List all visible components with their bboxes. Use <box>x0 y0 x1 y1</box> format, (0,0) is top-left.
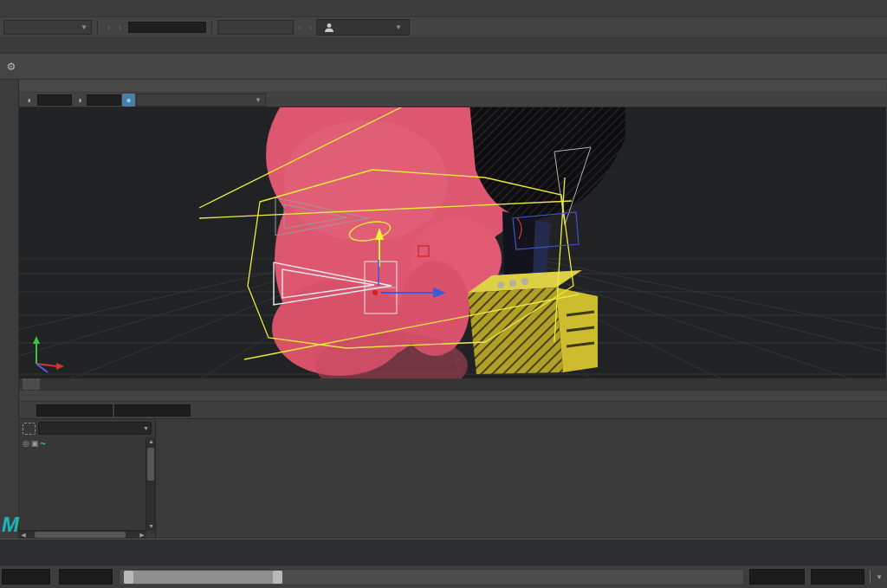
scene-3d-view <box>19 107 886 378</box>
outliner-search-row: ▼ <box>19 419 155 436</box>
range-end-handle[interactable] <box>273 571 282 584</box>
group-collapse-icon[interactable]: › <box>106 23 112 32</box>
chevron-down-icon: ▼ <box>81 23 87 31</box>
range-start-handle[interactable] <box>124 571 133 584</box>
divider <box>97 21 98 34</box>
chevron-down-icon: ▼ <box>255 96 262 104</box>
range-slider[interactable] <box>119 569 744 585</box>
contrast-icon[interactable]: ◑ <box>73 94 86 107</box>
divider <box>870 570 871 584</box>
search-input[interactable] <box>38 422 152 435</box>
scroll-down-icon[interactable]: ▼ <box>146 522 156 531</box>
animation-curve-chart <box>156 419 887 540</box>
playback-range-bar[interactable] <box>124 571 282 584</box>
search-box: ▼ <box>38 422 152 435</box>
divider <box>211 21 212 34</box>
live-surface-field[interactable] <box>128 22 206 33</box>
group-collapse-icon[interactable]: › <box>308 23 314 32</box>
chevron-down-icon[interactable]: ▼ <box>143 425 149 431</box>
scrollbar-handle[interactable] <box>35 532 126 538</box>
main-menubar <box>0 0 887 17</box>
scrollbar-handle[interactable] <box>147 448 154 481</box>
shelf: ⚙ <box>0 54 887 80</box>
status-line-toolbar: ▼ › › › › ▼ <box>0 17 887 38</box>
graph-editor-menubar <box>19 390 887 401</box>
vertical-scrollbar[interactable]: ▲ ▼ <box>146 437 155 531</box>
exposure-icon[interactable]: ◐ <box>23 94 36 107</box>
color-management-icon[interactable]: ● <box>122 94 135 107</box>
graph-editor-tab[interactable] <box>23 378 40 390</box>
graph-editor-toolbar <box>19 401 887 418</box>
shelf-options-gear-icon[interactable]: ⚙ <box>3 55 19 79</box>
graph-editor-body: ▼ ◎ ▣ ~ ▲ ▼ ◀ ▶ <box>19 418 887 539</box>
playback-start-field[interactable] <box>59 569 113 585</box>
animation-end-field[interactable] <box>811 569 864 585</box>
exposure-field[interactable] <box>37 94 72 106</box>
playback-end-field[interactable] <box>749 569 805 585</box>
playback-options-icon[interactable]: ▼ <box>874 573 884 581</box>
machine-box <box>468 270 598 374</box>
stats-value-field[interactable] <box>114 404 191 417</box>
gamma-field[interactable] <box>87 94 121 106</box>
viewport-menubar <box>19 80 886 93</box>
outliner-node-row[interactable]: ◎ ▣ ~ <box>19 436 155 450</box>
group-collapse-icon[interactable]: › <box>117 23 123 32</box>
toolbox <box>0 80 19 539</box>
graph-editor-panel: ▼ ◎ ▣ ~ ▲ ▼ ◀ ▶ <box>19 378 887 539</box>
anim-curve-icon: ~ <box>40 438 45 449</box>
time-slider-ruler <box>0 540 887 565</box>
shelf-tab-bar <box>0 38 887 54</box>
filter-icon[interactable] <box>23 423 36 435</box>
maya-window: ▼ › › › › ▼ ⚙ <box>0 0 887 588</box>
view-transform-dropdown[interactable]: ▼ <box>136 94 266 107</box>
graph-editor-outliner: ▼ ◎ ▣ ~ ▲ ▼ ◀ ▶ <box>19 419 156 539</box>
main-area: ◐ ◑ ● ▼ <box>0 80 887 378</box>
time-slider[interactable] <box>0 539 887 565</box>
menu-set-dropdown[interactable]: ▼ <box>3 20 92 35</box>
graph-editor-tabrow <box>19 378 887 390</box>
symmetry-dropdown[interactable] <box>217 20 294 35</box>
expand-icon[interactable]: ▣ <box>31 439 39 448</box>
horizontal-scrollbar[interactable]: ◀ ▶ <box>19 530 146 539</box>
viewport-iconbar: ◐ ◑ ● ▼ <box>19 93 886 107</box>
animation-start-field[interactable] <box>2 569 50 585</box>
stats-time-field[interactable] <box>36 404 113 417</box>
sign-in-button[interactable]: ▼ <box>316 19 410 36</box>
range-slider-bar: ▼ <box>0 565 887 588</box>
graph-editor-curve-view[interactable] <box>156 419 887 540</box>
user-icon <box>324 23 334 33</box>
axis-gizmo <box>33 336 64 372</box>
maya-logo: M <box>2 513 19 537</box>
perspective-viewport-panel: ◐ ◑ ● ▼ <box>19 80 886 378</box>
chevron-down-icon: ▼ <box>395 23 402 31</box>
scroll-up-icon[interactable]: ▲ <box>146 437 156 446</box>
group-collapse-icon[interactable]: › <box>296 23 302 32</box>
visibility-icon[interactable]: ◎ <box>23 439 29 448</box>
viewport-canvas[interactable] <box>19 107 886 378</box>
